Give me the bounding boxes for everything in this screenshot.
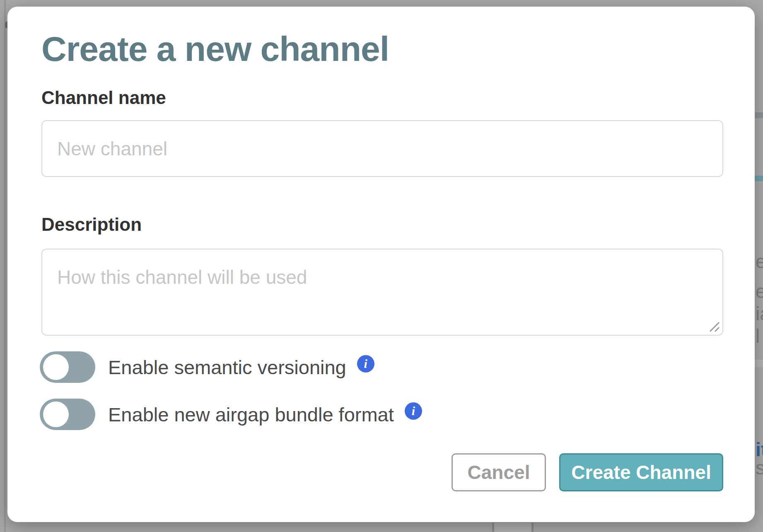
airgap-bundle-toggle[interactable] bbox=[40, 399, 95, 430]
background-text-fragment: s bbox=[756, 458, 763, 477]
textarea-resize-handle-icon[interactable] bbox=[706, 318, 720, 332]
cancel-button[interactable]: Cancel bbox=[452, 453, 546, 491]
background-text-fragment: e bbox=[756, 252, 763, 271]
description-label: Description bbox=[41, 215, 142, 234]
info-icon[interactable]: i bbox=[405, 402, 422, 420]
create-channel-button[interactable]: Create Channel bbox=[559, 453, 723, 491]
modal-title: Create a new channel bbox=[41, 30, 389, 68]
background-page-edge bbox=[4, 0, 6, 532]
background-link-fragment: it bbox=[756, 440, 763, 459]
semantic-versioning-row: Enable semantic versioning i bbox=[40, 351, 374, 383]
info-icon[interactable]: i bbox=[357, 355, 374, 372]
description-field-wrap bbox=[41, 249, 723, 336]
background-button-edge bbox=[531, 523, 534, 532]
background-header-band bbox=[755, 112, 763, 118]
create-channel-modal: Create a new channel Channel name Descri… bbox=[7, 7, 755, 522]
background-text-fragment: l bbox=[756, 326, 760, 346]
background-teal-accent bbox=[755, 176, 763, 181]
toggle-knob bbox=[43, 401, 69, 427]
background-row-separator bbox=[755, 360, 763, 367]
background-text-fragment: ia bbox=[756, 304, 763, 323]
airgap-bundle-row: Enable new airgap bundle format i bbox=[40, 399, 422, 430]
channel-name-input[interactable] bbox=[41, 120, 723, 177]
channel-name-label: Channel name bbox=[41, 89, 166, 107]
toggle-knob bbox=[43, 354, 69, 380]
semantic-versioning-toggle[interactable] bbox=[40, 351, 95, 383]
semantic-versioning-label: Enable semantic versioning bbox=[108, 358, 346, 377]
background-button-fragment bbox=[494, 523, 531, 532]
airgap-bundle-label: Enable new airgap bundle format bbox=[108, 405, 394, 424]
background-text-fragment: e bbox=[756, 282, 763, 301]
modal-footer: Cancel Create Channel bbox=[452, 453, 723, 491]
description-textarea[interactable] bbox=[41, 249, 723, 336]
